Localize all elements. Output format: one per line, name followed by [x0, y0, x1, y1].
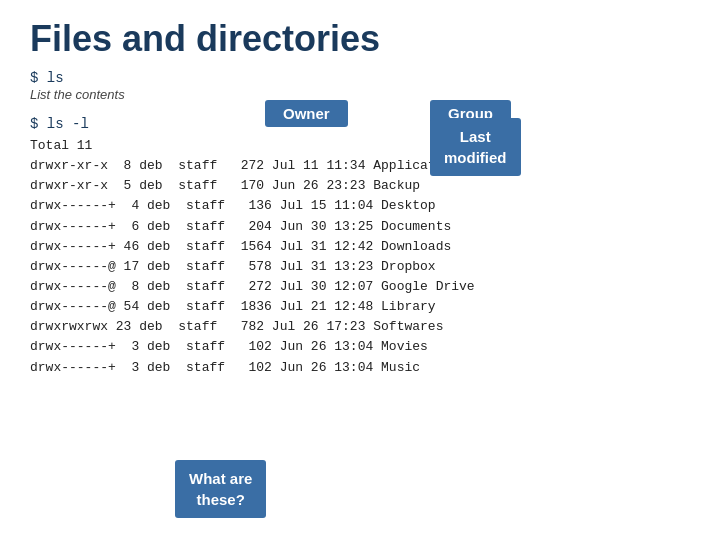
table-row: drwxr-xr-x 8 deb staff 272 Jul 11 11:34 …	[30, 156, 690, 176]
table-row: drwx------+ 3 deb staff 102 Jun 26 13:04…	[30, 358, 690, 378]
file-table: Total 11 drwxr-xr-x 8 deb staff 272 Jul …	[30, 136, 690, 378]
table-row: drwx------@ 54 deb staff 1836 Jul 21 12:…	[30, 297, 690, 317]
table-row: drwx------+ 4 deb staff 136 Jul 15 11:04…	[30, 196, 690, 216]
table-row: drwx------+ 46 deb staff 1564 Jul 31 12:…	[30, 237, 690, 257]
table-row: drwx------@ 8 deb staff 272 Jul 30 12:07…	[30, 277, 690, 297]
file-rows-container: drwxr-xr-x 8 deb staff 272 Jul 11 11:34 …	[30, 156, 690, 378]
ls-description: List the contents	[30, 87, 690, 102]
table-row: drwx------+ 6 deb staff 204 Jun 30 13:25…	[30, 217, 690, 237]
table-row: drwx------+ 3 deb staff 102 Jun 26 13:04…	[30, 337, 690, 357]
table-row: drwx------@ 17 deb staff 578 Jul 31 13:2…	[30, 257, 690, 277]
page-title: Files and directories	[0, 0, 720, 66]
content-area: $ ls List the contents $ ls -l Total 11 …	[0, 70, 720, 378]
table-row: drwxr-xr-x 5 deb staff 170 Jun 26 23:23 …	[30, 176, 690, 196]
ls-l-command: $ ls -l	[30, 116, 690, 132]
last-modified-callout: Lastmodified	[430, 118, 521, 176]
ls-command: $ ls	[30, 70, 690, 86]
total-line: Total 11	[30, 136, 690, 156]
what-are-these-callout: What arethese?	[175, 460, 266, 518]
table-row: drwxrwxrwx 23 deb staff 782 Jul 26 17:23…	[30, 317, 690, 337]
owner-callout: Owner	[265, 100, 348, 127]
